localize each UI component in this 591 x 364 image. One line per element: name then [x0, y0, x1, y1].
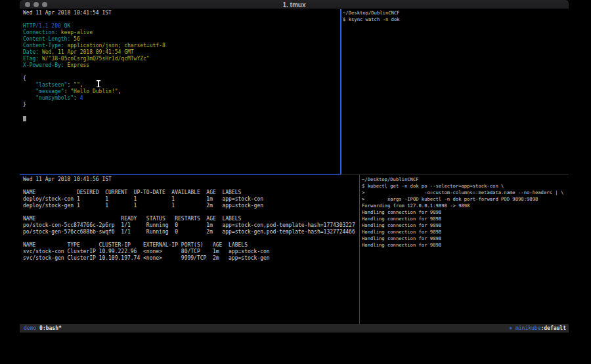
active-pane-divider-horizontal[interactable]: [20, 174, 341, 175]
terminal-line: ~/Desktop/DublinCNCF: [343, 10, 566, 16]
terminal-line: Handling connection for 9898: [362, 229, 567, 235]
text-segment: X-Powered-By:: [23, 62, 64, 68]
pane-kubectl-get[interactable]: Wed 11 Apr 2018 10:41:56 ISTNAME DESIRED…: [23, 176, 358, 262]
pane-http-response[interactable]: Wed 11 Apr 2018 10:41:54 ISTHTTP/1.1 200…: [23, 10, 338, 121]
window-title: 1. tmux: [20, 1, 569, 9]
terminal-line: Handling connection for 9898: [362, 222, 567, 229]
text-segment: "numsymbols": [23, 95, 74, 101]
text-segment: svc/stock-con ClusterIP 10.99.222.96 <no…: [23, 249, 270, 254]
terminal-line: svc/stock-con ClusterIP 10.99.222.96 <no…: [23, 249, 358, 255]
kube-context: minikube: [515, 325, 541, 331]
text-segment: Handling connection for 9898: [362, 209, 441, 215]
text-segment: "message": [23, 89, 64, 94]
text-segment: ETag:: [23, 56, 39, 62]
terminal-line: svc/stock-gen ClusterIP 10.109.197.74 <n…: [23, 255, 358, 262]
terminal-line: Wed 11 Apr 2018 10:41:54 IST: [23, 10, 338, 16]
terminal-line: ~/Desktop/DublinCNCF: [362, 176, 567, 183]
terminal-line: po/stock-con-5cc874766c-2p6rp 1/1 Runnin…: [23, 222, 358, 229]
session-name: demo: [24, 325, 36, 331]
text-segment: OK: [64, 23, 71, 29]
ibeam-bottom-cap: [97, 87, 100, 88]
text-segment: Handling connection for 9898: [362, 216, 441, 222]
terminal-line: Handling connection for 9898: [362, 235, 567, 242]
text-segment: ~/Desktop/DublinCNCF: [362, 176, 419, 182]
kube-namespace: :default: [540, 325, 566, 331]
terminal-line: {: [23, 75, 338, 82]
terminal-line: [23, 16, 338, 23]
window-titlebar[interactable]: 1. tmux: [20, 0, 569, 9]
text-segment: po/stock-con-5cc874766c-2p6rp 1/1 Runnin…: [23, 222, 355, 228]
terminal-line: Forwarding from 127.0.0.1:9898 -> 9898: [362, 203, 567, 209]
text-segment: 4: [80, 95, 83, 101]
terminal-window: 1. tmux Wed 11 Apr 2018 10:41:54 ISTHTTP…: [20, 0, 569, 333]
terminal-line: [23, 209, 358, 216]
text-segment: W/"38-05coCsrg3mQ75sHr1d/qcMTwYZc": [39, 56, 150, 62]
text-segment: Wed 11 Apr 2018 10:41:56 IST: [23, 176, 112, 182]
text-segment: ,: [118, 89, 121, 94]
text-segment: application/json; charset=utf-8: [64, 43, 165, 49]
terminal-line: [23, 115, 338, 121]
text-segment: po/stock-gen-576cc688bb-swqf6 1/1 Runnin…: [23, 229, 355, 235]
terminal-line: [23, 183, 358, 190]
text-segment: :: [74, 95, 80, 101]
text-segment: > xargs -IPOD kubectl -n dok port-forwar…: [362, 196, 538, 202]
terminal-line: "numsymbols": 4: [23, 95, 338, 102]
text-segment: Forwarding from 127.0.0.1:9898 -> 9898: [362, 203, 470, 209]
text-segment: /1.1 200: [35, 23, 64, 29]
terminal-line: deploy/stock-con 1 1 1 1 1m app=stock-co…: [23, 196, 358, 203]
terminal-line: X-Powered-By: Express: [23, 62, 338, 69]
text-segment: Handling connection for 9898: [362, 229, 441, 235]
terminal-line: $ ksync watch -n dok: [343, 16, 566, 23]
terminal-line: > -o=custom-columns=:metadata.name --no-…: [362, 190, 567, 196]
text-segment: HTTP: [23, 23, 35, 29]
terminal-line: Content-Type: application/json; charset=…: [23, 43, 338, 49]
window-tab-0-bash[interactable]: 0:bash*: [39, 325, 62, 331]
terminal-line: Date: Wed, 11 Apr 2018 09:41:54 GMT: [23, 49, 338, 56]
terminal-line: deploy/stock-gen 1 1 1 1 2m app=stock-ge…: [23, 203, 358, 209]
pane-divider-horizontal[interactable]: [341, 174, 569, 174]
text-segment: 56: [70, 36, 79, 42]
terminal-line: Content-Length: 56: [23, 36, 338, 43]
pane-divider-vertical[interactable]: [359, 175, 360, 324]
terminal-line: [23, 69, 338, 75]
desktop-background: 1. tmux Wed 11 Apr 2018 10:41:54 ISTHTTP…: [0, 0, 591, 364]
terminal-line: Connection: keep-alive: [23, 30, 338, 36]
text-segment: Wed, 11 Apr 2018 09:41:54 GMT: [39, 49, 134, 55]
text-segment: NAME DESIRED CURRENT UP-TO-DATE AVAILABL…: [23, 190, 241, 195]
text-segment: deploy/stock-con 1 1 1 1 1m app=stock-co…: [23, 196, 263, 202]
terminal-line: Wed 11 Apr 2018 10:41:56 IST: [23, 176, 358, 183]
text-segment: Handling connection for 9898: [362, 242, 441, 248]
text-segment: ,: [80, 82, 83, 88]
terminal-line: Handling connection for 9898: [362, 242, 567, 249]
terminal-line: NAME DESIRED CURRENT UP-TO-DATE AVAILABL…: [23, 190, 358, 196]
pane-port-forward[interactable]: ~/Desktop/DublinCNCF$ kubectl get -n dok…: [362, 176, 567, 249]
terminal-line: Handling connection for 9898: [362, 216, 567, 222]
active-pane-divider-vertical[interactable]: [340, 9, 341, 174]
terminal-line: NAME TYPE CLUSTER-IP EXTERNAL-IP PORT(S)…: [23, 242, 358, 249]
terminal-line: HTTP/1.1 200 OK: [23, 23, 338, 30]
text-segment: NAME TYPE CLUSTER-IP EXTERNAL-IP PORT(S)…: [23, 242, 248, 248]
terminal-line: "message": "Hello Dublin!",: [23, 89, 338, 95]
text-segment: "": [74, 82, 80, 88]
text-segment: > -o=custom-columns=:metadata.name --no-…: [362, 190, 563, 195]
terminal-line: $ kubectl get -n dok po --selector=app=s…: [362, 183, 567, 190]
text-segment: :: [67, 82, 74, 88]
text-segment: $ ksync watch -n dok: [343, 16, 400, 22]
text-segment: svc/stock-gen ClusterIP 10.109.197.74 <n…: [23, 255, 270, 261]
pane-ksync-watch[interactable]: ~/Desktop/DublinCNCF$ ksync watch -n dok: [343, 10, 566, 23]
text-segment: "Hello Dublin!": [70, 89, 118, 94]
status-right: ⎈ minikube:default: [509, 324, 566, 333]
text-segment: {: [23, 75, 26, 81]
terminal-line: }: [23, 102, 338, 108]
text-segment: Express: [64, 62, 90, 68]
text-segment: }: [23, 102, 26, 108]
terminal-cursor: [23, 116, 26, 121]
text-segment: Wed 11 Apr 2018 10:41:54 IST: [23, 10, 112, 16]
text-segment: Handling connection for 9898: [362, 222, 441, 228]
tmux-status-bar: demo 0:bash* ⎈ minikube:default: [20, 324, 569, 333]
terminal-line: NAME READY STATUS RESTARTS AGE LABELS: [23, 216, 358, 222]
text-segment: Date:: [23, 49, 39, 55]
text-segment: Handling connection for 9898: [362, 235, 441, 241]
text-segment: Content-Length:: [23, 36, 70, 42]
terminal-line: po/stock-gen-576cc688bb-swqf6 1/1 Runnin…: [23, 229, 358, 235]
